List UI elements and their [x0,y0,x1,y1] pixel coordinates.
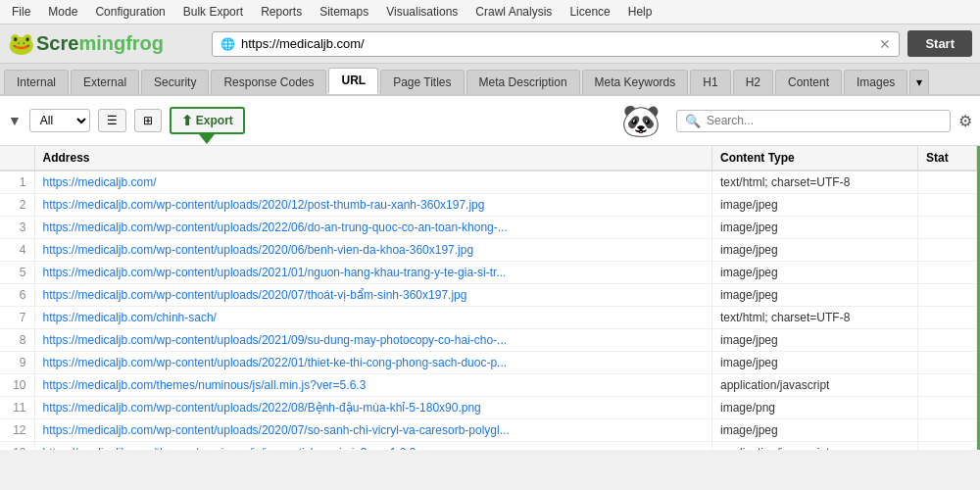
url-link[interactable]: https://medicaljb.com/wp-content/uploads… [43,243,474,257]
search-box: 🔍 [676,110,951,132]
panda-mascot: 🐼 [621,102,661,139]
table-container: Address Content Type Stat 1 https://medi… [0,146,980,450]
export-button[interactable]: ⬆ Export [170,107,245,134]
table-row: 10 https://medicaljb.com/themes/numinous… [0,374,977,397]
menu-bulk-export[interactable]: Bulk Export [175,2,251,22]
url-link[interactable]: https://medicaljb.com/wp-content/uploads… [43,401,481,415]
row-url[interactable]: https://medicaljb.com/wp-content/uploads… [34,217,712,239]
row-content-type: image/jpeg [712,352,918,374]
url-link[interactable]: https://medicaljb.com/themes/numinous/js… [43,446,416,450]
row-status [918,171,977,194]
url-link[interactable]: https://medicaljb.com/wp-content/uploads… [43,356,508,369]
row-url[interactable]: https://medicaljb.com/themes/numinous/js… [34,374,712,397]
url-link[interactable]: https://medicaljb.com/wp-content/uploads… [43,423,510,437]
row-content-type: image/jpeg [712,262,918,284]
row-num: 9 [0,352,34,374]
url-table: Address Content Type Stat 1 https://medi… [0,146,977,450]
menu-help[interactable]: Help [620,2,661,22]
row-status [918,442,977,451]
filter-settings-icon[interactable]: ⚙ [958,112,972,130]
menu-visualisations[interactable]: Visualisations [378,2,466,22]
row-content-type: application/javascript [712,374,918,397]
url-link[interactable]: https://medicaljb.com/themes/numinous/js… [43,378,367,392]
url-link[interactable]: https://medicaljb.com/wp-content/uploads… [43,220,508,234]
filter-icon: ▼ [8,113,22,128]
tab-response-codes[interactable]: Response Codes [211,70,326,94]
url-link[interactable]: https://medicaljb.com/ [43,175,157,189]
table-row: 9 https://medicaljb.com/wp-content/uploa… [0,352,977,374]
menu-file[interactable]: File [4,2,38,22]
search-icon: 🔍 [685,114,701,128]
row-url[interactable]: https://medicaljb.com/ [34,171,712,194]
tab-security[interactable]: Security [141,70,209,94]
table-row: 4 https://medicaljb.com/wp-content/uploa… [0,239,977,262]
row-url[interactable]: https://medicaljb.com/wp-content/uploads… [34,262,712,284]
menu-reports[interactable]: Reports [253,2,310,22]
row-url[interactable]: https://medicaljb.com/chinh-sach/ [34,307,712,329]
url-link[interactable]: https://medicaljb.com/wp-content/uploads… [43,333,508,347]
tab-meta-keywords[interactable]: Meta Keywords [582,70,689,94]
row-url[interactable]: https://medicaljb.com/wp-content/uploads… [34,284,712,307]
menu-licence[interactable]: Licence [562,2,617,22]
row-url[interactable]: https://medicaljb.com/themes/numinous/js… [34,442,712,451]
tab-internal[interactable]: Internal [4,70,69,94]
tree-view-button[interactable]: ⊞ [134,109,162,132]
tab-h1[interactable]: H1 [690,70,730,94]
tab-external[interactable]: External [71,70,139,94]
row-url[interactable]: https://medicaljb.com/wp-content/uploads… [34,352,712,374]
menu-sitemaps[interactable]: Sitemaps [312,2,376,22]
tab-url[interactable]: URL [328,68,378,94]
table-row: 7 https://medicaljb.com/chinh-sach/ text… [0,307,977,329]
table-row: 6 https://medicaljb.com/wp-content/uploa… [0,284,977,307]
row-content-type: image/jpeg [712,239,918,262]
row-num: 11 [0,397,34,419]
tab-content[interactable]: Content [775,70,842,94]
logo: 🐸 Scremingfrog [8,31,204,57]
menu-mode[interactable]: Mode [40,2,85,22]
row-url[interactable]: https://medicaljb.com/wp-content/uploads… [34,239,712,262]
header: 🐸 Scremingfrog 🌐 ✕ Start [0,24,980,64]
row-status [918,419,977,442]
menu-crawl-analysis[interactable]: Crawl Analysis [467,2,560,22]
row-num: 10 [0,374,34,397]
table-row: 8 https://medicaljb.com/wp-content/uploa… [0,329,977,352]
url-clear-button[interactable]: ✕ [879,36,891,52]
row-num: 2 [0,194,34,217]
url-link[interactable]: https://medicaljb.com/wp-content/uploads… [43,288,467,302]
url-bar: 🌐 ✕ [212,31,900,57]
menu-configuration[interactable]: Configuration [87,2,172,22]
url-input[interactable] [241,36,873,51]
row-num: 3 [0,217,34,239]
col-status-header: Stat [918,146,977,171]
tab-page-titles[interactable]: Page Titles [380,70,464,94]
row-content-type: image/jpeg [712,329,918,352]
row-url[interactable]: https://medicaljb.com/wp-content/uploads… [34,194,712,217]
list-view-button[interactable]: ☰ [98,109,126,132]
row-url[interactable]: https://medicaljb.com/wp-content/uploads… [34,419,712,442]
tab-h2[interactable]: H2 [733,70,773,94]
logo-text-1: Scre [36,32,78,54]
menubar: File Mode Configuration Bulk Export Repo… [0,0,980,24]
url-link[interactable]: https://medicaljb.com/chinh-sach/ [43,311,217,324]
tab-meta-description[interactable]: Meta Description [466,70,580,94]
row-status [918,307,977,329]
row-content-type: image/png [712,397,918,419]
tab-images[interactable]: Images [844,70,907,94]
row-status [918,217,977,239]
table-header-row: Address Content Type Stat [0,146,977,171]
row-url[interactable]: https://medicaljb.com/wp-content/uploads… [34,397,712,419]
row-content-type: text/html; charset=UTF-8 [712,171,918,194]
start-button[interactable]: Start [907,30,972,57]
filter-dropdown[interactable]: All [29,109,90,132]
row-content-type: image/jpeg [712,217,918,239]
row-url[interactable]: https://medicaljb.com/wp-content/uploads… [34,329,712,352]
row-content-type: text/html; charset=UTF-8 [712,307,918,329]
tabs-more-button[interactable]: ▾ [909,70,929,94]
table-row: 3 https://medicaljb.com/wp-content/uploa… [0,217,977,239]
col-address-header: Address [34,146,712,171]
search-input[interactable] [707,114,942,127]
url-link[interactable]: https://medicaljb.com/wp-content/uploads… [43,266,507,279]
row-status [918,194,977,217]
url-link[interactable]: https://medicaljb.com/wp-content/uploads… [43,198,485,212]
row-num: 5 [0,262,34,284]
